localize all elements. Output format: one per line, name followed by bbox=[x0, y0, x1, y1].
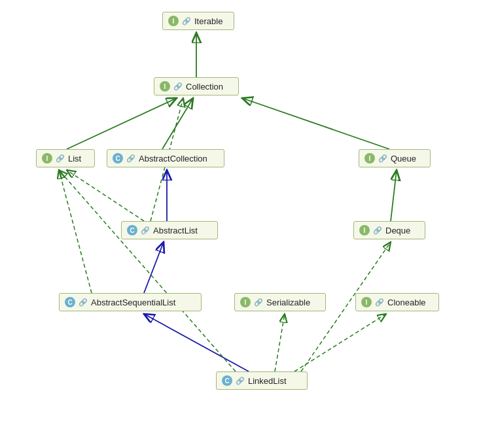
svg-line-16 bbox=[59, 170, 92, 293]
node-linkedlist[interactable]: C 🔗 LinkedList bbox=[216, 371, 308, 390]
icon-class-linkedlist: C bbox=[222, 375, 232, 386]
icon-interface-collection: I bbox=[160, 81, 170, 92]
link-icon-abstractlist: 🔗 bbox=[140, 225, 151, 235]
svg-line-11 bbox=[144, 314, 249, 371]
node-list[interactable]: I 🔗 List bbox=[36, 149, 95, 167]
svg-line-10 bbox=[144, 242, 164, 293]
link-icon-abstractsequentiallist: 🔗 bbox=[78, 297, 88, 307]
svg-line-15 bbox=[59, 170, 236, 371]
link-icon-cloneable: 🔗 bbox=[374, 297, 385, 307]
link-icon-deque: 🔗 bbox=[372, 225, 383, 235]
node-serializable[interactable]: I 🔗 Serializable bbox=[234, 293, 326, 311]
label-serializable: Serializable bbox=[266, 298, 310, 307]
label-cloneable: Cloneable bbox=[387, 298, 426, 307]
label-abstractsequentiallist: AbstractSequentialList bbox=[91, 298, 175, 307]
node-deque[interactable]: I 🔗 Deque bbox=[353, 221, 425, 239]
label-abstractlist: AbstractList bbox=[153, 226, 198, 235]
label-collection: Collection bbox=[186, 82, 223, 92]
label-abstractcollection: AbstractCollection bbox=[139, 154, 207, 164]
svg-line-5 bbox=[242, 98, 389, 149]
icon-interface-cloneable: I bbox=[361, 297, 372, 307]
svg-line-9 bbox=[391, 170, 397, 221]
node-abstractcollection[interactable]: C 🔗 AbstractCollection bbox=[107, 149, 224, 167]
icon-class-abstractcollection: C bbox=[113, 153, 123, 164]
icon-interface-serializable: I bbox=[240, 297, 251, 307]
svg-line-13 bbox=[294, 314, 386, 371]
label-linkedlist: LinkedList bbox=[248, 376, 287, 386]
icon-class-abstractlist: C bbox=[127, 225, 137, 235]
icon-interface-deque: I bbox=[359, 225, 370, 235]
label-queue: Queue bbox=[391, 154, 416, 164]
link-icon-iterable: 🔗 bbox=[181, 16, 192, 26]
link-icon-abstractcollection: 🔗 bbox=[126, 153, 136, 164]
svg-line-3 bbox=[67, 98, 177, 149]
svg-line-4 bbox=[162, 98, 193, 149]
diagram-container: I 🔗 Iterable I 🔗 Collection I 🔗 List C 🔗… bbox=[0, 0, 498, 448]
node-abstractsequentiallist[interactable]: C 🔗 AbstractSequentialList bbox=[59, 293, 202, 311]
icon-interface-list: I bbox=[42, 153, 52, 164]
node-collection[interactable]: I 🔗 Collection bbox=[154, 77, 239, 95]
svg-line-12 bbox=[275, 314, 285, 371]
node-queue[interactable]: I 🔗 Queue bbox=[359, 149, 431, 167]
node-abstractlist[interactable]: C 🔗 AbstractList bbox=[121, 221, 218, 239]
label-deque: Deque bbox=[385, 226, 410, 235]
node-iterable[interactable]: I 🔗 Iterable bbox=[162, 12, 234, 30]
link-icon-linkedlist: 🔗 bbox=[235, 375, 245, 386]
link-icon-collection: 🔗 bbox=[173, 81, 183, 92]
node-cloneable[interactable]: I 🔗 Cloneable bbox=[355, 293, 439, 311]
label-iterable: Iterable bbox=[194, 16, 222, 26]
icon-interface-iterable: I bbox=[168, 16, 179, 26]
svg-line-6 bbox=[67, 170, 144, 221]
link-icon-list: 🔗 bbox=[55, 153, 65, 164]
link-icon-serializable: 🔗 bbox=[253, 297, 264, 307]
icon-interface-queue: I bbox=[365, 153, 375, 164]
icon-class-abstractsequentiallist: C bbox=[65, 297, 75, 307]
label-list: List bbox=[68, 154, 81, 164]
link-icon-queue: 🔗 bbox=[378, 153, 388, 164]
